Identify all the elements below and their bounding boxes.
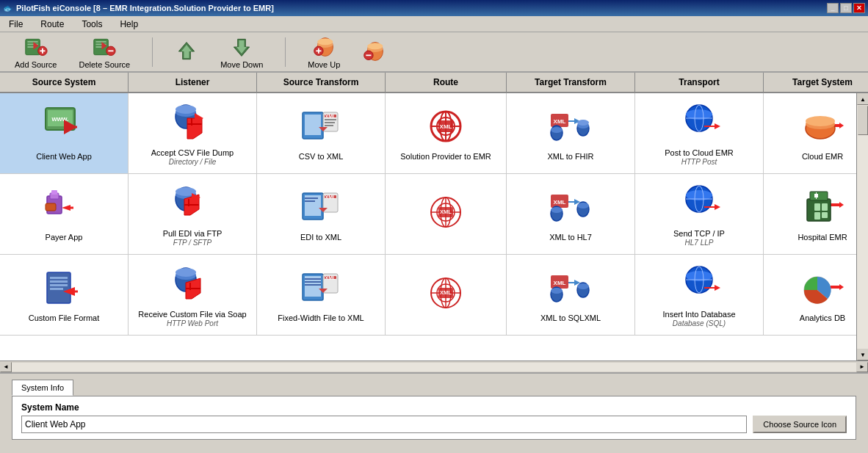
hospital-emr-label: Hospital EMR <box>798 232 847 242</box>
col-target-transform: Target Transform <box>507 73 635 92</box>
cloud-emr-label: Cloud EMR <box>802 151 843 162</box>
menu-file[interactable]: File <box>3 18 29 31</box>
main-area: Source System Listener Source Transform … <box>0 73 868 453</box>
move-up-button[interactable]: Move Down <box>220 35 263 69</box>
delete-target-button[interactable] <box>362 40 386 65</box>
svg-rect-123 <box>822 212 828 218</box>
accept-csv-icon <box>170 101 214 145</box>
add-source-button[interactable]: Add Source <box>15 35 57 69</box>
svg-point-21 <box>317 38 333 45</box>
scroll-up-btn[interactable]: ▲ <box>857 93 868 105</box>
table-row[interactable]: www. Client Web App <box>0 93 856 174</box>
scroll-track[interactable] <box>857 105 868 349</box>
cell-solution-provider[interactable]: XML Solution Provider to EMR <box>386 93 507 173</box>
menu-help[interactable]: Help <box>114 18 144 31</box>
col-listener: Listener <box>129 73 257 92</box>
svg-point-65 <box>551 127 563 133</box>
col-target-system: Target System <box>764 73 868 92</box>
hospital-emr-icon <box>800 185 845 229</box>
svg-rect-9 <box>96 41 106 43</box>
table-area: Source System Listener Source Transform … <box>0 73 868 360</box>
cloud-emr-icon <box>800 104 845 148</box>
cell-route-3[interactable]: XML <box>386 255 507 335</box>
post-cloud-emr-icon <box>677 101 721 145</box>
add-target-button[interactable]: Move Up <box>308 35 340 69</box>
cell-xml-to-sqlxml[interactable]: XML XML to SQLXML <box>507 255 635 335</box>
scroll-right-btn[interactable]: ► <box>856 362 868 372</box>
cell-custom-file-format[interactable]: Custom File Format <box>0 255 129 335</box>
svg-text:XML: XML <box>325 114 337 119</box>
move-up-label: Move Down <box>220 60 263 69</box>
cell-pull-edi-ftp[interactable]: Pull EDI via FTP FTP / SFTP <box>129 174 257 254</box>
scroll-left-btn[interactable]: ◄ <box>0 362 12 372</box>
cell-hospital-emr[interactable]: Hospital EMR <box>764 174 856 254</box>
delete-source-button[interactable]: Delete Source <box>79 35 130 69</box>
grid-body: www. Client Web App <box>0 93 868 360</box>
h-scroll-track[interactable] <box>12 363 856 372</box>
col-source-transform: Source Transform <box>257 73 386 92</box>
table-row[interactable]: Payer App <box>0 174 856 255</box>
restore-btn[interactable]: □ <box>840 3 852 13</box>
cell-cloud-emr[interactable]: Cloud EMR <box>764 93 856 173</box>
edi-to-xml-label: EDI to XML <box>300 232 341 242</box>
send-tcp-ip-icon <box>677 181 721 225</box>
cell-xml-to-hl7[interactable]: XML XML to HL7 <box>507 174 635 254</box>
tab-content: System Name Choose Source Icon <box>12 396 856 440</box>
edi-to-xml-icon: XML <box>299 185 343 229</box>
cell-edi-to-xml[interactable]: XML EDI to XML <box>257 174 386 254</box>
cell-receive-custom[interactable]: Receive Custom File via Soap HTTP Web Po… <box>129 255 257 335</box>
cell-insert-db[interactable]: Insert Into Database Database (SQL) <box>635 255 764 335</box>
cell-xml-to-fhir[interactable]: XML XML to FHIR <box>507 93 635 173</box>
insert-db-label: Insert Into Database <box>662 309 735 319</box>
svg-rect-141 <box>305 284 321 286</box>
svg-rect-24 <box>318 48 319 53</box>
cell-route-2[interactable]: XML <box>386 174 507 254</box>
cell-csv-to-xml[interactable]: XML CSV to XML <box>257 93 386 173</box>
fixed-width-label: Fixed-Width File to XML <box>278 313 364 323</box>
receive-custom-icon <box>170 262 214 306</box>
analytics-db-label: Analytics DB <box>800 313 845 323</box>
cell-analytics-db[interactable]: Analytics DB <box>764 255 856 335</box>
svg-rect-13 <box>109 50 114 51</box>
move-up-icon <box>230 35 253 59</box>
svg-point-157 <box>577 283 589 289</box>
system-name-input[interactable] <box>21 416 747 433</box>
xml-to-fhir-label: XML to FHIR <box>547 151 593 162</box>
cell-client-web-app[interactable]: www. Client Web App <box>0 93 129 173</box>
minimize-btn[interactable]: _ <box>827 3 839 13</box>
system-name-row: Choose Source Icon <box>21 416 847 433</box>
cell-fixed-width[interactable]: XML Fixed-Width File to XML <box>257 255 386 335</box>
horizontal-scrollbar[interactable]: ◄ ► <box>0 360 868 372</box>
col-transport: Transport <box>635 73 764 92</box>
vertical-scrollbar[interactable]: ▲ ▼ <box>856 93 868 360</box>
cell-send-tcp-ip[interactable]: Send TCP / IP HL7 LLP <box>635 174 764 254</box>
svg-text:XML: XML <box>554 118 566 125</box>
client-web-app-icon: www. <box>42 104 86 148</box>
cell-post-cloud-emr[interactable]: Post to Cloud EMR HTTP Post <box>635 93 764 173</box>
separator-1 <box>152 37 153 67</box>
col-route: Route <box>386 73 507 92</box>
grid-scroll[interactable]: www. Client Web App <box>0 93 856 360</box>
delete-source-icon <box>93 35 116 59</box>
svg-rect-47 <box>325 119 336 120</box>
custom-file-format-label: Custom File Format <box>29 313 100 323</box>
svg-rect-49 <box>325 125 333 126</box>
scroll-thumb[interactable] <box>858 106 868 135</box>
delete-target-icon <box>362 40 386 63</box>
post-cloud-emr-sublabel: HTTP Post <box>681 158 717 166</box>
scroll-down-btn[interactable]: ▼ <box>857 349 868 360</box>
move-down-button[interactable] <box>175 40 198 65</box>
table-row[interactable]: Custom File Format <box>0 255 856 336</box>
menu-tools[interactable]: Tools <box>76 18 108 31</box>
svg-rect-117 <box>810 192 828 200</box>
choose-source-icon-button[interactable]: Choose Source Icon <box>753 416 847 433</box>
cell-accept-csv[interactable]: Accept CSV File Dump Directory / File <box>129 93 257 173</box>
close-btn[interactable]: ✕ <box>853 3 865 13</box>
pull-edi-ftp-icon <box>170 181 214 225</box>
svg-rect-128 <box>50 288 63 290</box>
svg-point-109 <box>551 207 563 213</box>
menu-route[interactable]: Route <box>35 18 70 31</box>
cell-payer-app[interactable]: Payer App <box>0 174 129 254</box>
tab-system-info[interactable]: System Info <box>12 380 73 396</box>
add-target-icon <box>312 35 336 59</box>
